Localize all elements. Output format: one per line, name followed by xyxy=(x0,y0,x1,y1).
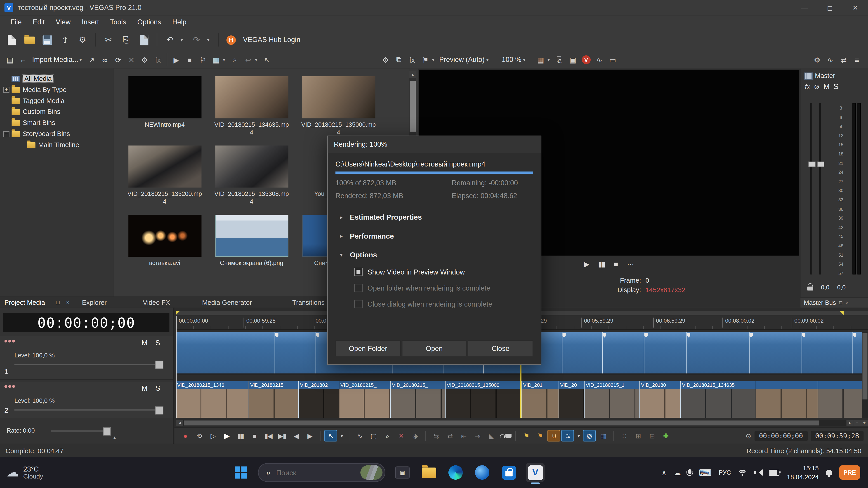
tab-transitions[interactable]: Transitions xyxy=(292,299,324,306)
checkbox-icon[interactable] xyxy=(354,300,363,308)
menu-item[interactable]: View xyxy=(51,17,76,28)
pause-button[interactable]: ▮▮ xyxy=(234,430,247,442)
zoom-in-icon[interactable]: + xyxy=(861,420,868,426)
media-pin-icon[interactable]: ⚐ xyxy=(196,54,210,66)
remove-media-icon[interactable]: ✕ xyxy=(125,54,138,66)
keyboard-icon[interactable]: ⌨ xyxy=(699,467,712,478)
event-boundary[interactable] xyxy=(315,332,316,373)
undo-dropdown-icon[interactable]: ▾ xyxy=(180,37,186,42)
insert-marker-button[interactable]: ⚑ xyxy=(520,430,532,442)
rate-slider-handle[interactable] xyxy=(103,427,111,435)
timeline-vertical-scrollbar[interactable] xyxy=(862,332,868,418)
undo-icon[interactable]: ↶ xyxy=(163,33,177,47)
mixer-settings-icon[interactable]: ⚙ xyxy=(810,54,824,66)
tree-expander-icon[interactable]: + xyxy=(3,87,9,93)
scrollbar-thumb[interactable] xyxy=(410,81,416,132)
safe-areas-icon[interactable]: ▦ xyxy=(534,54,548,66)
cursor-time-display[interactable]: 00:00:00;00 xyxy=(754,431,807,441)
media-item[interactable]: NEWIntro.mp4 xyxy=(121,76,208,145)
menu-item[interactable]: Help xyxy=(167,17,191,28)
track-header-1[interactable]: M S Level: 100,0 % 1 xyxy=(0,336,173,380)
media-bin-item[interactable]: Main Timeline xyxy=(0,139,113,151)
search-input[interactable] xyxy=(275,468,349,477)
color-grading-button[interactable]: ∷ xyxy=(618,430,630,442)
panel-close-icon[interactable]: × xyxy=(64,299,71,306)
timeline-cursor[interactable] xyxy=(176,316,177,418)
timeline-event[interactable]: VID_20180215_1 xyxy=(585,381,640,418)
video-output-fx-icon[interactable]: fx xyxy=(405,54,419,66)
notifications-bell-icon[interactable] xyxy=(826,470,832,475)
taskbar-widgets-app[interactable]: ▣ xyxy=(393,463,412,482)
timeline-event[interactable]: VID_20 xyxy=(559,381,585,418)
menu-item[interactable]: File xyxy=(5,17,26,28)
loop-end-marker[interactable] xyxy=(840,311,844,315)
track1-level-handle[interactable] xyxy=(155,361,163,369)
mixer-routing-icon[interactable]: ⇄ xyxy=(837,54,850,66)
timeline-event[interactable] xyxy=(756,381,818,418)
quantize-to-frames-button[interactable]: ▦ xyxy=(597,430,610,442)
section-performance[interactable]: ▸ Performance xyxy=(328,226,541,245)
cut-icon[interactable]: ✂ xyxy=(101,33,116,47)
previous-frame-button[interactable]: ◀ xyxy=(289,430,302,442)
link-icon[interactable]: ∞ xyxy=(98,54,112,66)
preview-more-icon[interactable]: ⋯ xyxy=(627,260,634,268)
master-fx-icon[interactable]: fx xyxy=(805,83,810,90)
hdmi-preview-icon[interactable]: ▭ xyxy=(606,54,619,66)
timeline-event[interactable]: VID_20180215_135000 xyxy=(445,381,522,418)
media-bin-item[interactable]: Tagged Media xyxy=(0,95,113,106)
section-arrow-icon[interactable]: ▸ xyxy=(340,214,345,220)
media-bin-item[interactable]: + Media By Type xyxy=(0,84,113,95)
media-item[interactable]: вставка.avi xyxy=(121,215,208,284)
panel-float-icon[interactable]: □ xyxy=(54,299,61,306)
selection-tool-button[interactable]: ▢ xyxy=(367,430,380,442)
event-boundary[interactable] xyxy=(852,332,853,373)
edit-tool-dropdown[interactable]: ▾ xyxy=(338,430,345,442)
open-project-icon[interactable] xyxy=(22,33,37,47)
master-bus-tab[interactable]: Master Bus □ × xyxy=(800,297,868,308)
media-thumbnail[interactable] xyxy=(128,215,201,257)
safe-areas-dropdown-icon[interactable]: ▾ xyxy=(548,57,553,62)
go-to-start-button[interactable]: ▮◀ xyxy=(262,430,274,442)
mixer-button[interactable]: ⊟ xyxy=(646,430,658,442)
master-bypass-icon[interactable]: ⊘ xyxy=(814,83,819,90)
minimize-button[interactable]: — xyxy=(792,0,817,15)
event-boundary[interactable] xyxy=(562,332,562,373)
lock-button[interactable] xyxy=(499,430,512,442)
media-thumbnail[interactable] xyxy=(302,76,375,119)
h-scrollbar-thumb[interactable] xyxy=(184,420,819,425)
menu-item[interactable]: Insert xyxy=(76,17,104,28)
go-to-end-button[interactable]: ▶▮ xyxy=(276,430,288,442)
event-boundary[interactable] xyxy=(275,332,275,373)
copy-snapshot-icon[interactable]: ⎘ xyxy=(553,54,566,66)
close-button[interactable]: × xyxy=(842,0,868,15)
import-media-dropdown-icon[interactable]: ▾ xyxy=(79,57,85,62)
preview-zoom-dropdown-icon[interactable]: ▾ xyxy=(523,57,528,62)
master-fader-right[interactable] xyxy=(817,162,825,167)
taskbar-browser[interactable] xyxy=(473,463,491,482)
mixer-faders-icon[interactable]: ≡ xyxy=(850,54,864,66)
tab-media-generator[interactable]: Media Generator xyxy=(202,299,252,306)
track2-level-handle[interactable] xyxy=(155,406,163,415)
loop-start-marker[interactable] xyxy=(176,311,180,315)
weather-widget[interactable]: ☁ 23°C Cloudy xyxy=(0,465,90,480)
checkbox-icon[interactable] xyxy=(354,284,363,292)
event-boundary[interactable] xyxy=(686,332,687,373)
sep[interactable] xyxy=(320,431,320,441)
section-estimated-properties[interactable]: ▸ Estimated Properties xyxy=(328,207,541,226)
zoom-tool-button[interactable]: ⌕ xyxy=(381,430,394,442)
insert-region-button[interactable]: ⚑ xyxy=(534,430,546,442)
language-indicator[interactable]: РУС xyxy=(719,469,731,476)
preview-pause-icon[interactable]: ▮▮ xyxy=(598,260,605,268)
scroll-up-icon[interactable]: ▴ xyxy=(409,71,416,78)
v-scrollbar-thumb[interactable] xyxy=(863,333,868,399)
new-project-icon[interactable] xyxy=(4,33,19,47)
media-item[interactable]: Снимок экрана (6).png xyxy=(208,215,295,284)
section-options[interactable]: ▾ Options xyxy=(328,245,541,264)
zoom-out-icon[interactable]: − xyxy=(854,420,861,426)
save-project-icon[interactable] xyxy=(40,33,54,47)
tray-chevron-icon[interactable]: ∧ xyxy=(661,468,666,477)
open-folder-button[interactable]: Open Folder xyxy=(336,340,401,356)
render-as-icon[interactable]: ⇧ xyxy=(58,33,72,47)
preview-stop-icon[interactable]: ■ xyxy=(183,54,196,66)
end-time-display[interactable]: 00:09:59;28 xyxy=(811,431,864,441)
